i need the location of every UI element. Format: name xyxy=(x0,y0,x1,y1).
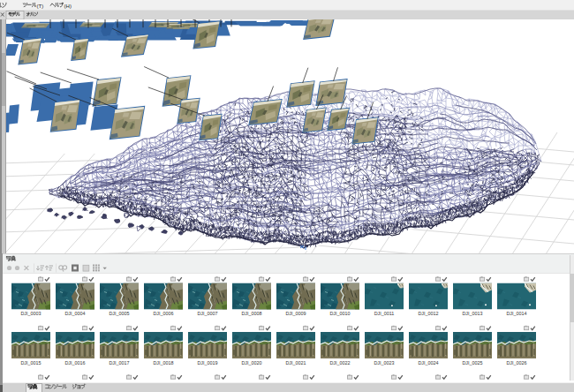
svg-text:DJI_0024: DJI_0024 xyxy=(418,360,438,366)
svg-text:DJI_0018: DJI_0018 xyxy=(153,360,173,366)
svg-text:DJI_0015: DJI_0015 xyxy=(20,360,41,366)
svg-text:DJI_0021: DJI_0021 xyxy=(285,360,306,366)
svg-text:(H): (H) xyxy=(64,4,72,9)
svg-text:DJI_0026: DJI_0026 xyxy=(506,360,526,366)
svg-text:DJI_0011: DJI_0011 xyxy=(374,311,395,316)
svg-text:DJI_0004: DJI_0004 xyxy=(64,311,85,316)
svg-text:DJI_0008: DJI_0008 xyxy=(241,311,261,316)
svg-text:DJI_0013: DJI_0013 xyxy=(462,311,482,316)
svg-text:DJI_0023: DJI_0023 xyxy=(374,360,394,366)
svg-text:DJI_0003: DJI_0003 xyxy=(20,311,41,316)
svg-text:DJI_0014: DJI_0014 xyxy=(506,311,526,316)
svg-text:(T): (T) xyxy=(37,4,44,9)
svg-text:DJI_0017: DJI_0017 xyxy=(109,360,129,366)
svg-text:DJI_0009: DJI_0009 xyxy=(285,311,306,316)
svg-text:DJI_0016: DJI_0016 xyxy=(64,360,85,366)
svg-text:DJI_0019: DJI_0019 xyxy=(197,360,217,366)
svg-text:DJI_0012: DJI_0012 xyxy=(418,311,438,316)
svg-text:DJI_0006: DJI_0006 xyxy=(153,311,173,316)
svg-text:DJI_0025: DJI_0025 xyxy=(462,360,482,366)
svg-text:DJI_0007: DJI_0007 xyxy=(197,311,217,316)
svg-text:DJI_0010: DJI_0010 xyxy=(329,311,350,316)
svg-text:DJI_0020: DJI_0020 xyxy=(241,360,261,366)
svg-text:DJI_0005: DJI_0005 xyxy=(109,311,129,316)
svg-text:DJI_0022: DJI_0022 xyxy=(329,360,350,366)
